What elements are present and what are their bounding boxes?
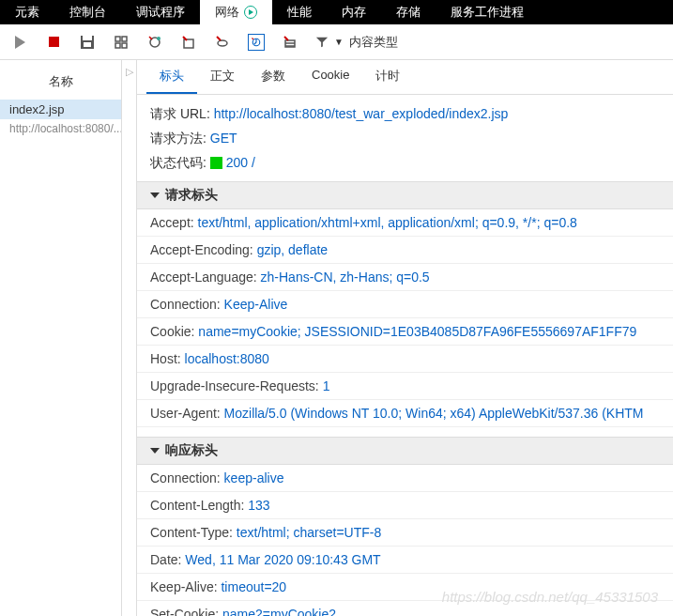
devtools-top-tabs: 元素 控制台 调试程序 网络 性能 内存 存储 服务工作进程 <box>0 0 673 24</box>
header-name: User-Agent: <box>150 406 224 421</box>
tab-service-workers[interactable]: 服务工作进程 <box>436 0 539 24</box>
main-area: 名称 index2.jsp http://localhost:8080/... … <box>0 60 673 616</box>
header-row: Set-Cookie: name2=myCookie2 <box>137 601 673 616</box>
tab-elements[interactable]: 元素 <box>0 0 54 24</box>
network-toolbar: ▼ 内容类型 <box>0 24 673 60</box>
svg-rect-1 <box>122 37 127 41</box>
header-row: Accept-Encoding: gzip, deflate <box>137 237 673 264</box>
header-name: Cookie: <box>150 324 198 339</box>
status-square-icon <box>210 157 222 169</box>
bypass-sw-button[interactable] <box>248 34 265 51</box>
header-value: gzip, deflate <box>257 242 329 257</box>
header-name: Connection: <box>150 297 224 312</box>
header-value: text/html; charset=UTF-8 <box>237 525 381 540</box>
request-item[interactable]: index2.jsp <box>0 100 121 119</box>
header-row: Keep-Alive: timeout=20 <box>137 574 673 601</box>
tab-memory[interactable]: 内存 <box>327 0 381 24</box>
header-name: Date: <box>150 552 185 567</box>
header-row: Connection: Keep-Alive <box>137 291 673 318</box>
status-code-row: 状态代码: 200 / <box>150 151 673 176</box>
header-name: Content-Type: <box>150 525 237 540</box>
header-row: Content-Length: 133 <box>137 492 673 519</box>
header-row: Upgrade-Insecure-Requests: 1 <box>137 373 673 400</box>
subtab-headers[interactable]: 标头 <box>146 60 197 94</box>
header-row: Connection: keep-alive <box>137 465 673 492</box>
subtab-timing[interactable]: 计时 <box>362 60 413 94</box>
tab-network[interactable]: 网络 <box>200 0 272 24</box>
header-name: Accept-Language: <box>150 270 261 285</box>
header-value: text/html, application/xhtml+xml, applic… <box>198 215 577 230</box>
svg-point-7 <box>218 40 227 46</box>
clear-cache-button[interactable] <box>146 34 163 51</box>
header-name: Content-Length: <box>150 498 248 513</box>
disable-cache-button[interactable] <box>214 34 231 51</box>
svg-point-5 <box>157 37 161 40</box>
header-name: Accept: <box>150 215 198 230</box>
tab-performance[interactable]: 性能 <box>272 0 327 24</box>
stop-button[interactable] <box>45 34 62 51</box>
subtab-params[interactable]: 参数 <box>248 60 298 94</box>
header-value: 133 <box>248 498 269 513</box>
header-name: Keep-Alive: <box>150 579 221 594</box>
subtab-cookies[interactable]: Cookie <box>298 60 362 94</box>
header-row: Date: Wed, 11 Mar 2020 09:10:43 GMT <box>137 547 673 574</box>
clear-entries-button[interactable] <box>180 34 197 51</box>
save-button[interactable] <box>79 34 96 51</box>
header-value: 1 <box>323 378 330 393</box>
header-value: timeout=20 <box>221 579 286 594</box>
header-value: Mozilla/5.0 (Windows NT 10.0; Win64; x64… <box>224 406 644 421</box>
request-headers-section[interactable]: 请求标头 <box>137 181 673 209</box>
detail-panel: ▷ 标头 正文 参数 Cookie 计时 请求 URL: http://loca… <box>122 60 673 616</box>
tab-storage[interactable]: 存储 <box>381 0 436 24</box>
svg-rect-0 <box>115 37 120 41</box>
header-row: Accept-Language: zh-Hans-CN, zh-Hans; q=… <box>137 264 673 291</box>
header-value: Wed, 11 Mar 2020 09:10:43 GMT <box>185 552 380 567</box>
content-type-filter[interactable]: ▼ 内容类型 <box>315 34 398 51</box>
header-value: localhost:8080 <box>185 351 269 366</box>
chevron-down-icon <box>150 448 160 454</box>
header-row: Content-Type: text/html; charset=UTF-8 <box>137 519 673 547</box>
chevron-down-icon <box>150 192 160 198</box>
request-url-row: 请求 URL: http://localhost:8080/test_war_e… <box>150 102 673 127</box>
general-info: 请求 URL: http://localhost:8080/test_war_e… <box>137 95 673 176</box>
header-value: keep-alive <box>224 470 284 485</box>
record-icon <box>244 6 257 19</box>
header-name: Host: <box>150 351 185 366</box>
subtab-body[interactable]: 正文 <box>197 60 248 94</box>
header-value: name=myCookie; JSESSIONID=1E03B4085D87FA… <box>198 324 636 339</box>
header-value: name2=myCookie2 <box>222 607 336 616</box>
header-value: zh-Hans-CN, zh-Hans; q=0.5 <box>261 270 430 285</box>
header-row: Cookie: name=myCookie; JSESSIONID=1E03B4… <box>137 318 673 346</box>
request-headers-list: Accept: text/html, application/xhtml+xml… <box>137 209 673 431</box>
response-headers-section[interactable]: 响应标头 <box>137 437 673 465</box>
header-name: Set-Cookie: <box>150 607 222 616</box>
dropdown-icon: ▼ <box>334 37 344 47</box>
svg-rect-3 <box>122 43 127 48</box>
request-list-sidebar: 名称 index2.jsp http://localhost:8080/... <box>0 60 122 616</box>
header-row: Accept: text/html, application/xhtml+xml… <box>137 209 673 237</box>
detail-sub-tabs: 标头 正文 参数 Cookie 计时 <box>137 60 673 95</box>
header-row: User-Agent: Mozilla/5.0 (Windows NT 10.0… <box>137 400 673 427</box>
request-item-url[interactable]: http://localhost:8080/... <box>0 119 121 138</box>
play-button[interactable] <box>11 34 28 51</box>
header-name: Upgrade-Insecure-Requests: <box>150 378 323 393</box>
request-method-row: 请求方法: GET <box>150 127 673 151</box>
header-name: Connection: <box>150 470 224 485</box>
header-row: Host: localhost:8080 <box>137 346 673 373</box>
clear-session-button[interactable] <box>113 34 130 51</box>
svg-rect-2 <box>115 43 120 48</box>
tab-debugger[interactable]: 调试程序 <box>121 0 200 24</box>
header-name: Accept-Encoding: <box>150 242 257 257</box>
collapse-gutter[interactable]: ▷ <box>122 60 137 616</box>
clear-cookies-button[interactable] <box>282 34 298 51</box>
sidebar-header: 名称 <box>0 60 121 100</box>
tab-console[interactable]: 控制台 <box>54 0 121 24</box>
svg-rect-6 <box>184 39 193 48</box>
filter-icon <box>315 36 329 49</box>
response-headers-list: Connection: keep-aliveContent-Length: 13… <box>137 465 673 616</box>
header-value: Keep-Alive <box>224 297 288 312</box>
